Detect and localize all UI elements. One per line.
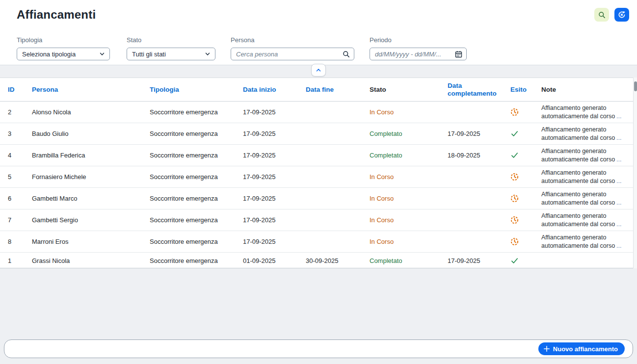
note-more-link[interactable]: ... — [616, 156, 621, 163]
cell-note: Affiancamento generato automaticamente d… — [533, 123, 633, 144]
column-header-id[interactable]: ID — [0, 78, 24, 101]
periodo-field — [370, 48, 467, 60]
cell-data-fine — [298, 123, 362, 144]
column-header-data_fine[interactable]: Data fine — [298, 78, 362, 101]
cell-tipologia: Soccorritore emergenza — [142, 188, 235, 209]
note-text: Affiancamento generato automaticamente d… — [541, 126, 615, 141]
cell-data-fine — [298, 102, 362, 123]
collapse-filters-button[interactable] — [311, 64, 326, 77]
table-row[interactable]: 1 Grassi Nicola Soccorritore emergenza 0… — [0, 253, 633, 268]
persona-search-input[interactable] — [236, 51, 343, 58]
cell-persona: Alonso Nicola — [24, 102, 142, 123]
cell-data-inizio: 17-09-2025 — [235, 231, 298, 252]
note-more-link[interactable]: ... — [616, 113, 621, 120]
note-more-link[interactable]: ... — [616, 242, 621, 249]
cell-stato: In Corso — [362, 102, 440, 123]
cell-tipologia: Soccorritore emergenza — [142, 102, 235, 123]
tipologia-select[interactable]: Seleziona tipologia — [17, 48, 110, 60]
cell-persona: Gambetti Sergio — [24, 209, 142, 231]
cell-note: Affiancamento generato automaticamente d… — [533, 102, 633, 123]
affiancamenti-table: IDPersonaTipologiaData inizioData fineSt… — [0, 78, 633, 268]
success-icon — [510, 151, 519, 159]
table-scrollbar[interactable] — [633, 78, 637, 268]
cell-data-inizio: 17-09-2025 — [235, 209, 298, 231]
nuovo-affiancamento-button[interactable]: Nuovo affiancamento — [538, 342, 625, 355]
filter-stato: Stato Tutti gli stati — [127, 36, 215, 60]
table-row[interactable]: 2 Alonso Nicola Soccorritore emergenza 1… — [0, 102, 633, 123]
cell-data-inizio: 17-09-2025 — [235, 166, 298, 187]
cell-esito — [503, 145, 533, 166]
cell-note — [533, 253, 633, 268]
pending-icon — [510, 173, 519, 181]
calendar-icon[interactable] — [455, 51, 462, 58]
table-row[interactable]: 5 Fornasiero Michele Soccorritore emerge… — [0, 166, 633, 188]
cell-persona: Gambetti Marco — [24, 188, 142, 209]
stato-selected-value: Tutti gli stati — [132, 51, 204, 58]
column-header-tipologia[interactable]: Tipologia — [142, 78, 235, 101]
note-more-link[interactable]: ... — [616, 221, 621, 228]
cell-persona: Brambilla Federica — [24, 145, 142, 166]
cell-data-fine — [298, 145, 362, 166]
table-row[interactable]: 4 Brambilla Federica Soccorritore emerge… — [0, 145, 633, 166]
stato-select[interactable]: Tutti gli stati — [127, 48, 215, 60]
column-header-stato: Stato — [362, 78, 440, 101]
nuovo-affiancamento-label: Nuovo affiancamento — [553, 345, 618, 353]
scrollbar-thumb[interactable] — [634, 81, 637, 91]
cell-esito — [503, 102, 533, 123]
note-more-link[interactable]: ... — [616, 199, 621, 206]
cell-id: 3 — [0, 123, 24, 144]
cell-data-inizio: 17-09-2025 — [235, 102, 298, 123]
cell-data-fine: 30-09-2025 — [298, 253, 362, 268]
search-icon[interactable] — [343, 51, 350, 58]
table-row[interactable]: 6 Gambetti Marco Soccorritore emergenza … — [0, 188, 633, 209]
pending-icon — [510, 237, 519, 246]
cell-data-completamento: 17-09-2025 — [440, 123, 503, 144]
filter-tipologia: Tipologia Seleziona tipologia — [17, 36, 110, 60]
success-icon — [510, 257, 519, 265]
cell-esito — [503, 209, 533, 231]
table-header-row: IDPersonaTipologiaData inizioData fineSt… — [0, 78, 633, 102]
cell-stato: In Corso — [362, 166, 440, 187]
cell-id: 5 — [0, 166, 24, 187]
pending-icon — [510, 108, 519, 116]
cell-tipologia: Soccorritore emergenza — [142, 166, 235, 187]
note-text: Affiancamento generato automaticamente d… — [541, 148, 615, 162]
cell-persona: Fornasiero Michele — [24, 166, 142, 187]
note-more-link[interactable]: ... — [616, 178, 621, 184]
plus-icon — [543, 345, 550, 352]
tipologia-label: Tipologia — [17, 36, 110, 44]
column-header-data_inizio[interactable]: Data inizio — [235, 78, 298, 101]
column-header-persona[interactable]: Persona — [24, 78, 142, 101]
reset-filters-button[interactable] — [614, 8, 629, 22]
note-more-link[interactable]: ... — [616, 134, 621, 141]
cell-data-fine — [298, 231, 362, 252]
cell-esito — [503, 123, 533, 144]
chevron-up-icon — [315, 67, 322, 74]
page-header: Affiancamenti — [0, 0, 637, 29]
footer-toolbar: Nuovo affiancamento — [4, 339, 633, 358]
search-button[interactable] — [594, 8, 609, 22]
cell-note: Affiancamento generato automaticamente d… — [533, 188, 633, 209]
cell-note: Affiancamento generato automaticamente d… — [533, 145, 633, 166]
cell-stato: In Corso — [362, 231, 440, 252]
column-header-esito[interactable]: Esito — [503, 78, 533, 101]
cell-persona: Grassi Nicola — [24, 253, 142, 268]
table-row[interactable]: 8 Marroni Eros Soccorritore emergenza 17… — [0, 231, 633, 253]
cell-note: Affiancamento generato automaticamente d… — [533, 166, 633, 187]
table-row[interactable]: 7 Gambetti Sergio Soccorritore emergenza… — [0, 209, 633, 231]
stato-label: Stato — [127, 36, 215, 44]
search-icon — [598, 11, 606, 19]
cell-id: 6 — [0, 188, 24, 209]
cell-data-completamento — [440, 188, 503, 209]
cell-stato: Completato — [362, 253, 440, 268]
cell-data-completamento — [440, 102, 503, 123]
cell-esito — [503, 188, 533, 209]
cell-data-inizio: 01-09-2025 — [235, 253, 298, 268]
note-text: Affiancamento generato automaticamente d… — [541, 169, 615, 184]
cell-tipologia: Soccorritore emergenza — [142, 231, 235, 252]
column-header-data_completamento[interactable]: Data completamento — [440, 78, 503, 101]
cell-persona: Baudo Giulio — [24, 123, 142, 144]
cell-data-inizio: 17-09-2025 — [235, 145, 298, 166]
periodo-date-range-input[interactable] — [375, 51, 455, 58]
table-row[interactable]: 3 Baudo Giulio Soccorritore emergenza 17… — [0, 123, 633, 145]
